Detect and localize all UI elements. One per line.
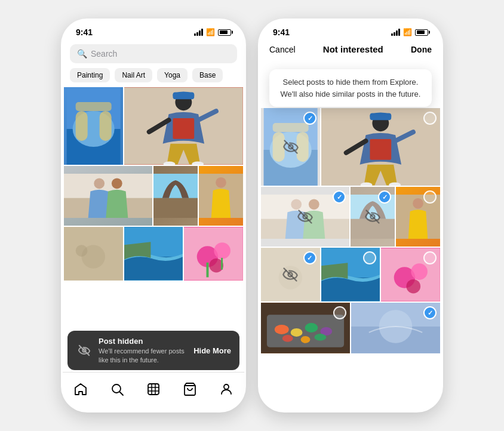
grid-item-1[interactable]: [64, 87, 123, 165]
search-icon: 🔍: [77, 49, 87, 59]
svg-point-23: [76, 245, 88, 257]
snackbar-title: Post hidden: [99, 337, 188, 346]
sel-row-3: ✓: [261, 248, 440, 301]
sel-row-4: ✓: [261, 303, 440, 353]
svg-rect-18: [153, 198, 198, 218]
grid-row-2: [64, 166, 243, 226]
empty-check-8: [423, 251, 437, 264]
phone-1: 9:41 📶 🔍 Search Painting Nail Art Yoga B…: [61, 19, 246, 412]
svg-point-82: [275, 325, 289, 334]
empty-check-2: [423, 112, 437, 125]
svg-point-15: [94, 178, 105, 189]
svg-point-69: [413, 198, 423, 209]
battery-icon-2: [415, 29, 428, 36]
snackbar-action[interactable]: Hide More: [193, 346, 231, 355]
svg-rect-30: [207, 263, 209, 278]
category-nail-art[interactable]: Nail Art: [115, 68, 152, 82]
sel-item-10[interactable]: ✓: [351, 303, 440, 353]
svg-rect-25: [124, 257, 183, 280]
svg-point-79: [407, 279, 421, 294]
grid-item-5[interactable]: [199, 166, 243, 226]
svg-rect-5: [76, 102, 112, 111]
empty-check-9: [333, 306, 346, 319]
nav-search[interactable]: [109, 381, 125, 398]
status-icons-2: 📶: [391, 28, 428, 36]
svg-point-42: [224, 384, 229, 389]
sel-item-5[interactable]: [396, 187, 440, 247]
svg-point-88: [314, 334, 326, 341]
svg-point-78: [411, 263, 428, 280]
not-interested-header: Cancel Not interested Done: [260, 41, 441, 60]
nav-home[interactable]: [72, 381, 89, 398]
grid-item-3[interactable]: [64, 166, 152, 226]
tooltip-text: Select posts to hide them from Explore. …: [281, 78, 421, 98]
empty-check-5: [423, 190, 437, 204]
wifi-icon-2: 📶: [403, 28, 412, 36]
svg-rect-36: [148, 384, 159, 395]
grid-item-4[interactable]: [153, 166, 198, 226]
tooltip-box: Select posts to hide them from Explore. …: [269, 69, 432, 107]
nav-shop[interactable]: [182, 381, 198, 398]
check-badge-4: ✓: [378, 190, 391, 204]
snackbar-text: Post hidden We'll recommend fewer postsl…: [99, 337, 188, 364]
time-1: 9:41: [76, 27, 93, 37]
sel-item-8[interactable]: [381, 248, 440, 301]
cancel-button[interactable]: Cancel: [269, 45, 296, 54]
hide-icon: [76, 342, 93, 359]
svg-rect-53: [370, 139, 392, 160]
phone-2: 9:41 📶 Cancel Not interested Done Select…: [258, 19, 443, 412]
snackbar-subtitle: We'll recommend fewer postslike this in …: [99, 347, 188, 364]
status-bar-2: 9:41 📶: [260, 20, 441, 41]
signal-icon: [194, 29, 203, 36]
svg-point-20: [216, 177, 226, 188]
category-row: Painting Nail Art Yoga Base: [63, 68, 244, 87]
svg-point-28: [214, 242, 231, 259]
svg-rect-12: [173, 92, 195, 99]
explore-grid: [63, 87, 244, 281]
sel-item-7[interactable]: [321, 248, 380, 301]
sel-row-1: ✓: [261, 108, 440, 186]
sel-item-6[interactable]: ✓: [261, 248, 320, 301]
svg-line-35: [120, 392, 124, 396]
svg-point-84: [305, 323, 318, 333]
check-badge-10: ✓: [423, 306, 437, 319]
category-painting[interactable]: Painting: [70, 68, 110, 82]
nav-profile[interactable]: [218, 381, 235, 398]
done-button[interactable]: Done: [411, 45, 432, 54]
category-yoga[interactable]: Yoga: [157, 68, 188, 82]
svg-rect-8: [173, 118, 195, 139]
grid-item-8[interactable]: [184, 227, 243, 281]
sel-row-2: ✓ ✓: [261, 187, 440, 247]
battery-icon: [218, 29, 231, 36]
sel-item-9[interactable]: [261, 303, 350, 353]
signal-icon-2: [391, 29, 400, 36]
search-placeholder: Search: [91, 49, 117, 59]
sel-item-2[interactable]: [321, 108, 440, 186]
svg-rect-57: [370, 113, 392, 120]
grid-row-3: [64, 227, 243, 281]
sel-item-3[interactable]: ✓: [261, 187, 349, 247]
grid-row-1: [64, 87, 243, 165]
time-2: 9:41: [273, 27, 290, 37]
snackbar: Post hidden We'll recommend fewer postsl…: [67, 331, 239, 370]
selection-grid: ✓: [260, 108, 441, 353]
grid-item-7[interactable]: [124, 227, 183, 281]
svg-point-87: [301, 336, 311, 343]
grid-item-6[interactable]: [64, 227, 123, 281]
wifi-icon: 📶: [206, 28, 215, 36]
svg-rect-75: [321, 278, 380, 301]
svg-rect-3: [76, 111, 88, 141]
sel-item-4[interactable]: ✓: [351, 187, 395, 247]
svg-point-83: [291, 328, 303, 337]
svg-rect-31: [221, 258, 223, 270]
search-bar[interactable]: 🔍 Search: [70, 44, 237, 63]
grid-item-2[interactable]: [124, 87, 243, 165]
sel-item-1[interactable]: ✓: [261, 108, 320, 186]
bottom-nav: [63, 372, 244, 411]
check-badge-3: ✓: [333, 190, 346, 204]
status-bar-1: 9:41 📶: [63, 20, 244, 41]
nav-reels[interactable]: [145, 381, 162, 398]
category-base[interactable]: Base: [192, 68, 223, 82]
status-icons-1: 📶: [194, 28, 231, 36]
not-interested-title: Not interested: [323, 44, 383, 54]
